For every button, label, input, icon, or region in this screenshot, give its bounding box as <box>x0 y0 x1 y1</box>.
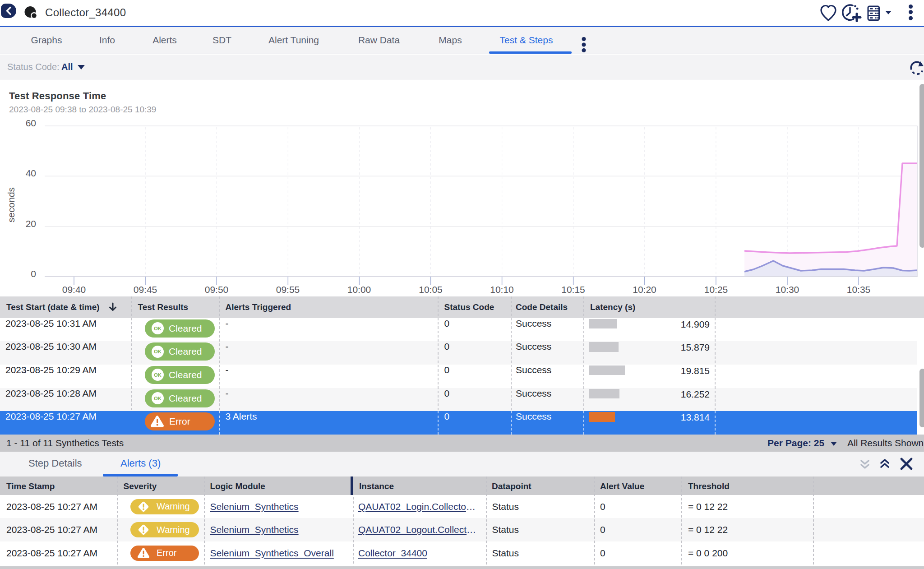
svg-text:09:55: 09:55 <box>276 284 300 295</box>
svg-text:10:10: 10:10 <box>490 284 514 295</box>
svg-text:10:25: 10:25 <box>704 284 728 295</box>
svg-text:09:45: 09:45 <box>134 284 157 295</box>
svg-text:10:15: 10:15 <box>561 284 585 295</box>
svg-text:10:00: 10:00 <box>347 284 371 295</box>
svg-text:10:30: 10:30 <box>776 284 799 295</box>
svg-text:60: 60 <box>26 118 36 128</box>
svg-text:0: 0 <box>31 268 36 279</box>
svg-text:seconds: seconds <box>6 187 16 222</box>
svg-text:10:05: 10:05 <box>419 284 443 295</box>
svg-text:10:20: 10:20 <box>633 284 656 295</box>
svg-text:09:40: 09:40 <box>62 284 86 295</box>
svg-text:09:50: 09:50 <box>205 284 229 295</box>
svg-text:40: 40 <box>26 168 36 178</box>
svg-text:20: 20 <box>26 218 36 229</box>
svg-text:10:35: 10:35 <box>847 284 871 295</box>
